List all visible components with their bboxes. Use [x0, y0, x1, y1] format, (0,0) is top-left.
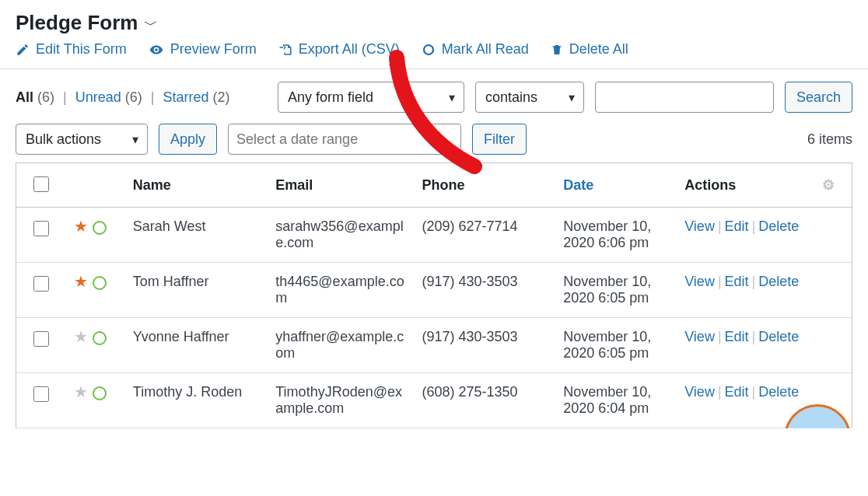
cell-date: November 10, 2020 6:04 pm [555, 373, 677, 428]
delete-link[interactable]: Delete [758, 274, 799, 289]
delete-all-label: Delete All [569, 41, 628, 58]
unread-count: (6) [125, 89, 142, 105]
pencil-icon [16, 43, 30, 57]
row-checkbox[interactable] [33, 276, 49, 292]
filter-all[interactable]: All [16, 89, 33, 105]
row-checkbox[interactable] [33, 331, 49, 347]
select-all-checkbox[interactable] [33, 176, 49, 192]
star-icon[interactable]: ★ [74, 273, 88, 290]
row-checkbox[interactable] [33, 386, 49, 402]
delete-all-link[interactable]: Delete All [551, 41, 628, 58]
eye-icon [149, 43, 164, 57]
table-row: ★Sarah Westsarahw356@example.com(209) 62… [16, 208, 852, 263]
cell-phone: (917) 430-3503 [414, 318, 555, 373]
bulk-actions-select[interactable]: Bulk actions [16, 124, 148, 155]
star-icon[interactable]: ★ [74, 328, 88, 345]
operator-select[interactable]: contains [475, 82, 584, 113]
date-range-input[interactable] [228, 124, 461, 155]
star-icon[interactable]: ★ [74, 383, 88, 400]
col-actions: Actions [677, 163, 814, 208]
filter-unread[interactable]: Unread [75, 89, 121, 105]
preview-form-label: Preview Form [170, 41, 257, 58]
cell-email: TimothyJRoden@example.com [268, 373, 414, 428]
circle-icon [422, 43, 436, 57]
col-email[interactable]: Email [268, 163, 414, 208]
cell-email: yhaffner@example.com [268, 318, 414, 373]
search-value-input[interactable] [595, 82, 774, 113]
edit-link[interactable]: Edit [725, 329, 749, 344]
col-phone[interactable]: Phone [414, 163, 555, 208]
all-count: (6) [37, 89, 54, 105]
star-icon[interactable]: ★ [74, 218, 88, 235]
trash-icon [551, 43, 563, 57]
field-select[interactable]: Any form field [278, 82, 464, 113]
apply-button[interactable]: Apply [159, 124, 217, 155]
delete-link[interactable]: Delete [758, 384, 799, 400]
cell-name: Tom Haffner [125, 263, 268, 318]
edit-form-link[interactable]: Edit This Form [16, 41, 127, 58]
edit-form-label: Edit This Form [36, 41, 127, 58]
chevron-down-icon[interactable]: ﹀ [144, 16, 158, 34]
cell-name: Sarah West [125, 208, 268, 263]
mark-all-read-label: Mark All Read [442, 41, 529, 58]
export-all-label: Export All (CSV) [299, 41, 400, 58]
page-title: Pledge Form [16, 11, 138, 35]
row-checkbox[interactable] [33, 221, 49, 236]
edit-link[interactable]: Edit [725, 218, 749, 234]
search-button[interactable]: Search [785, 82, 852, 113]
table-row: ★Yvonne Haffneryhaffner@example.com(917)… [16, 318, 852, 373]
cell-phone: (209) 627-7714 [414, 208, 555, 263]
table-row: ★Tom Haffnerth4465@example.com(917) 430-… [16, 263, 852, 318]
delete-link[interactable]: Delete [758, 218, 799, 234]
table-row: ★Timothy J. RodenTimothyJRoden@example.c… [16, 373, 852, 428]
delete-link[interactable]: Delete [758, 329, 799, 344]
cell-email: th4465@example.com [268, 263, 414, 318]
read-indicator-icon[interactable] [93, 276, 107, 290]
read-indicator-icon[interactable] [93, 386, 107, 400]
read-indicator-icon[interactable] [93, 331, 107, 345]
cell-email: sarahw356@example.com [268, 208, 414, 263]
export-all-link[interactable]: Export All (CSV) [278, 41, 400, 58]
cell-phone: (917) 430-3503 [414, 263, 555, 318]
starred-count: (2) [213, 89, 230, 105]
col-date[interactable]: Date [563, 177, 593, 193]
view-link[interactable]: View [684, 218, 715, 234]
col-name[interactable]: Name [125, 163, 268, 208]
cell-phone: (608) 275-1350 [414, 373, 555, 428]
cell-date: November 10, 2020 6:05 pm [555, 318, 677, 373]
edit-link[interactable]: Edit [725, 274, 749, 289]
items-count: 6 items [807, 131, 852, 148]
read-indicator-icon[interactable] [93, 221, 107, 235]
view-link[interactable]: View [684, 329, 715, 344]
cell-name: Timothy J. Roden [125, 373, 268, 428]
cell-name: Yvonne Haffner [125, 318, 268, 373]
cell-date: November 10, 2020 6:06 pm [555, 208, 677, 263]
svg-point-0 [424, 45, 433, 54]
edit-link[interactable]: Edit [725, 384, 749, 400]
cell-date: November 10, 2020 6:05 pm [555, 263, 677, 318]
view-link[interactable]: View [684, 274, 715, 289]
preview-form-link[interactable]: Preview Form [149, 41, 257, 58]
export-icon [278, 43, 292, 57]
status-filters: All (6) | Unread (6) | Starred (2) [16, 89, 230, 106]
entries-table: Name Email Phone Date Actions ⚙ ★Sarah W… [16, 162, 852, 428]
gear-icon[interactable]: ⚙ [822, 177, 835, 193]
filter-starred[interactable]: Starred [163, 89, 209, 105]
mark-all-read-link[interactable]: Mark All Read [422, 41, 529, 58]
filter-button[interactable]: Filter [472, 124, 527, 155]
view-link[interactable]: View [684, 384, 715, 400]
